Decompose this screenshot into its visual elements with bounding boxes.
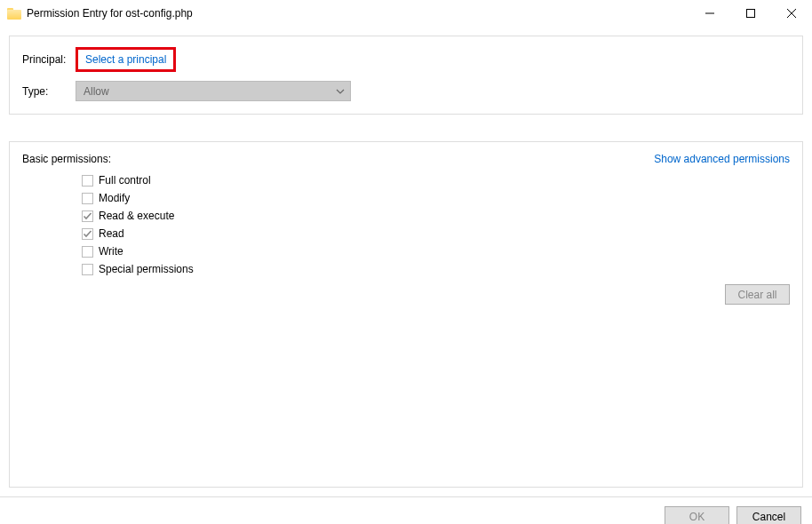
window-title: Permission Entry for ost-config.php [27, 7, 689, 20]
permission-label: Read [99, 227, 124, 240]
permission-checkbox[interactable] [82, 210, 93, 222]
maximize-button[interactable] [730, 0, 771, 27]
permission-item: Read & execute [82, 210, 790, 222]
permission-checkbox[interactable] [82, 264, 93, 275]
permission-label: Write [99, 245, 123, 258]
permission-checkbox[interactable] [82, 246, 93, 258]
show-advanced-permissions-link[interactable]: Show advanced permissions [654, 153, 790, 165]
titlebar: Permission Entry for ost-config.php [0, 0, 812, 27]
svg-rect-1 [747, 10, 755, 18]
basic-permissions-title: Basic permissions: [22, 153, 111, 165]
folder-icon [7, 6, 21, 20]
permission-item: Write [82, 245, 790, 258]
type-dropdown[interactable]: Allow [76, 81, 351, 101]
chevron-down-icon [336, 87, 345, 96]
permissions-list: Full controlModifyRead & executeReadWrit… [82, 174, 790, 275]
minimize-button[interactable] [689, 0, 730, 27]
cancel-button[interactable]: Cancel [736, 506, 801, 524]
principal-label: Principal: [22, 53, 76, 66]
type-label: Type: [22, 85, 76, 98]
select-principal-highlight: Select a principal [76, 47, 176, 72]
permission-label: Read & execute [99, 210, 174, 222]
window-controls [689, 0, 812, 27]
permission-label: Modify [99, 192, 130, 204]
permission-item: Full control [82, 174, 790, 187]
footer: OK Cancel [0, 497, 812, 524]
permission-checkbox[interactable] [82, 228, 93, 240]
type-dropdown-value: Allow [84, 85, 109, 98]
select-principal-link[interactable]: Select a principal [85, 53, 166, 66]
permission-item: Special permissions [82, 263, 790, 275]
permission-label: Special permissions [99, 263, 194, 275]
permission-label: Full control [99, 174, 151, 187]
clear-all-button[interactable]: Clear all [725, 284, 790, 305]
basic-permissions-panel: Basic permissions: Show advanced permiss… [9, 141, 803, 488]
ok-button[interactable]: OK [665, 506, 729, 524]
principal-type-panel: Principal: Select a principal Type: Allo… [9, 36, 803, 115]
close-button[interactable] [771, 0, 812, 27]
permission-checkbox[interactable] [82, 175, 93, 187]
permission-item: Read [82, 227, 790, 240]
permission-item: Modify [82, 192, 790, 204]
permission-checkbox[interactable] [82, 193, 93, 204]
